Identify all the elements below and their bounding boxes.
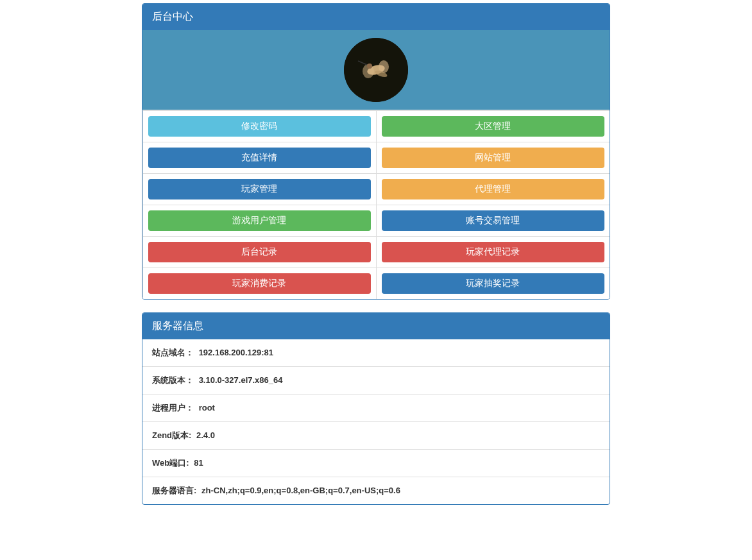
info-item-port: Web端口: 81 <box>142 450 610 477</box>
zone-management-button[interactable]: 大区管理 <box>382 116 604 137</box>
info-item-zend: Zend版本: 2.4.0 <box>142 422 610 450</box>
info-label: 系统版本： <box>152 375 194 385</box>
info-value: 192.168.200.129:81 <box>199 348 273 357</box>
recharge-details-button[interactable]: 充值详情 <box>148 148 371 168</box>
info-item-user: 进程用户： root <box>142 395 610 422</box>
server-info-panel: 服务器信息 站点域名： 192.168.200.129:81 系统版本： 3.1… <box>142 312 610 505</box>
change-password-button[interactable]: 修改密码 <box>148 116 371 137</box>
panel-title: 后台中心 <box>142 4 610 30</box>
player-lottery-log-button[interactable]: 玩家抽奖记录 <box>382 273 604 294</box>
agent-management-button[interactable]: 代理管理 <box>382 179 604 199</box>
info-value: root <box>199 403 215 412</box>
button-grid: 修改密码 大区管理 充值详情 网站管理 玩家管理 代理管理 游戏用户管理 账号交… <box>142 110 610 299</box>
player-management-button[interactable]: 玩家管理 <box>148 179 371 199</box>
info-label: 站点域名： <box>152 348 194 357</box>
server-info-title: 服务器信息 <box>142 313 610 339</box>
backend-log-button[interactable]: 后台记录 <box>148 242 371 262</box>
svg-point-4 <box>367 64 372 69</box>
info-label: Zend版本: <box>152 430 191 440</box>
info-item-domain: 站点域名： 192.168.200.129:81 <box>142 339 610 367</box>
avatar-section <box>142 30 610 110</box>
server-info-list: 站点域名： 192.168.200.129:81 系统版本： 3.10.0-32… <box>142 339 610 504</box>
info-value: zh-CN,zh;q=0.9,en;q=0.8,en-GB;q=0.7,en-U… <box>201 486 400 495</box>
admin-center-panel: 后台中心 修改密码 大区管理 充值详情 网站管理 玩家管理 代理管理 <box>142 3 610 300</box>
info-label: 服务器语言: <box>152 486 196 495</box>
info-label: 进程用户： <box>152 403 194 412</box>
avatar-image <box>344 38 408 102</box>
account-trade-management-button[interactable]: 账号交易管理 <box>382 210 604 231</box>
info-item-system: 系统版本： 3.10.0-327.el7.x86_64 <box>142 367 610 395</box>
player-agent-log-button[interactable]: 玩家代理记录 <box>382 242 604 262</box>
info-label: Web端口: <box>152 458 189 468</box>
website-management-button[interactable]: 网站管理 <box>382 148 604 168</box>
info-item-lang: 服务器语言: zh-CN,zh;q=0.9,en;q=0.8,en-GB;q=0… <box>142 477 610 504</box>
game-user-management-button[interactable]: 游戏用户管理 <box>148 210 371 231</box>
info-value: 81 <box>194 458 203 468</box>
info-value: 2.4.0 <box>196 430 215 440</box>
player-consume-log-button[interactable]: 玩家消费记录 <box>148 273 371 294</box>
info-value: 3.10.0-327.el7.x86_64 <box>199 375 283 385</box>
